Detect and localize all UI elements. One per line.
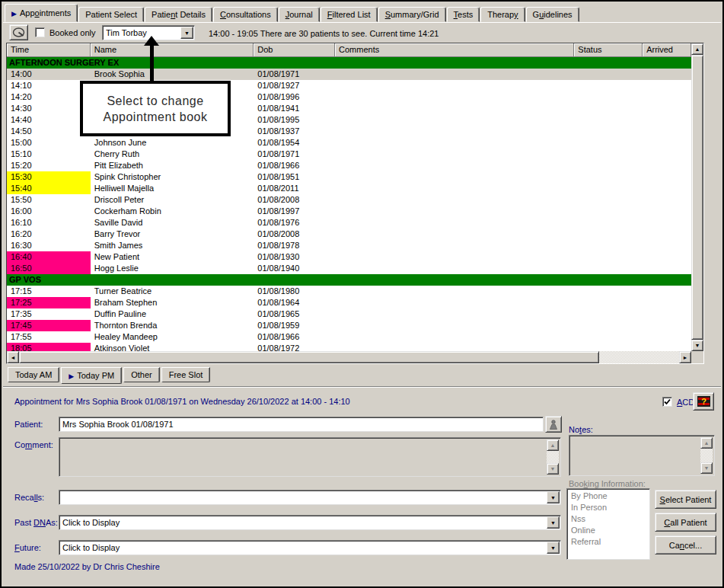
appointment-row-1540[interactable]: 15:40Helliwell Majella01/08/2011: [7, 183, 691, 194]
recalls-select[interactable]: ▼: [59, 490, 561, 505]
patient-field-value: Mrs Sophia Brook 01/08/1971: [62, 420, 174, 429]
notes-scroll-up-icon[interactable]: ▲: [700, 437, 713, 449]
tab-label: Tests: [454, 10, 474, 19]
appointment-row-1725[interactable]: 17:25Braham Stephen01/08/1964: [7, 297, 691, 308]
appointment-row-1500[interactable]: 15:00Johnson June01/08/1954: [7, 137, 691, 149]
cell-comments: [335, 126, 574, 137]
tab-appointments[interactable]: ▶Appointments: [5, 4, 78, 22]
scroll-up-icon[interactable]: ▲: [691, 43, 703, 55]
notes-field[interactable]: ▲ ▼: [569, 435, 715, 476]
booking-option-nss[interactable]: Nss: [571, 513, 649, 525]
person-icon: [549, 420, 558, 430]
appointment-book-button[interactable]: [9, 24, 28, 40]
appointment-row-1630[interactable]: 16:30Smith James01/08/1978: [7, 240, 691, 251]
column-header-name[interactable]: Name: [91, 43, 254, 56]
tab-label: Consultations: [220, 10, 271, 19]
horizontal-scrollbar[interactable]: ◄ ►: [7, 351, 691, 363]
select-patient-button[interactable]: Select Patient: [655, 490, 716, 509]
column-header-arrived[interactable]: Arrived: [643, 43, 691, 56]
vertical-scrollbar[interactable]: ▲ ▼: [691, 43, 703, 351]
view-tab-free-slot[interactable]: Free Slot: [161, 367, 211, 382]
tab-therapy[interactable]: Therapy: [480, 7, 525, 22]
top-tab-bar: ▶AppointmentsPatient SelectPatient Detai…: [3, 3, 721, 23]
cell-comments: [335, 149, 574, 160]
patient-record-button[interactable]: [545, 416, 562, 433]
comment-scroll-up-icon[interactable]: ▲: [547, 439, 559, 451]
callout-arrow-shaft: [150, 45, 154, 81]
appointment-row-1550[interactable]: 15:50Driscoll Peter01/08/2008: [7, 194, 691, 206]
scroll-left-icon[interactable]: ◄: [7, 351, 19, 363]
tab-patient-details[interactable]: Patient Details: [145, 7, 212, 22]
view-tab-today-pm[interactable]: ▶Today PM: [61, 367, 122, 384]
tab-journal[interactable]: Journal: [279, 7, 320, 22]
cell-comments: [335, 251, 574, 263]
past-dnas-select[interactable]: Click to Display ▼: [59, 515, 561, 530]
appointment-row-1620[interactable]: 16:20Barry Trevor01/08/2008: [7, 228, 691, 240]
tab-patient-select[interactable]: Patient Select: [78, 7, 144, 22]
cell-comments: [335, 194, 574, 206]
cancel-button[interactable]: Cancel...: [655, 535, 716, 554]
acd-label: ACD: [677, 398, 694, 407]
appointment-toolbar: Booked only Tim Torbay ▼ 14:00 - 19:05 T…: [3, 24, 721, 42]
column-header-dob[interactable]: Dob: [254, 43, 335, 56]
cell-time: 15:20: [7, 160, 91, 171]
appointment-row-1745[interactable]: 17:45Thornton Brenda01/08/1959: [7, 320, 691, 331]
booking-option-by-phone[interactable]: By Phone: [571, 491, 649, 502]
cell-name: Healey Mandeep: [91, 331, 254, 343]
tab-guidelines[interactable]: Guidelines: [526, 7, 579, 22]
tab-label: Patient Select: [85, 10, 137, 19]
vertical-scroll-thumb[interactable]: [691, 55, 703, 340]
cell-arrived: [643, 251, 691, 263]
cell-name: Pitt Elizabeth: [91, 160, 254, 171]
appointment-row-1510[interactable]: 15:10Cherry Ruth01/08/1971: [7, 149, 691, 160]
booking-option-online[interactable]: Online: [571, 525, 649, 536]
view-tab-other[interactable]: Other: [123, 367, 160, 382]
view-tab-today-am[interactable]: Today AM: [8, 367, 59, 382]
acd-checkbox[interactable]: [662, 397, 672, 407]
comment-scroll-down-icon[interactable]: ▼: [547, 463, 559, 475]
patient-field[interactable]: Mrs Sophia Brook 01/08/1971: [59, 417, 544, 432]
tab-filtered-list[interactable]: Filtered List: [321, 7, 378, 22]
future-select[interactable]: Click to Display ▼: [59, 540, 561, 555]
appointment-row-1640[interactable]: 16:40New Patient01/08/1930: [7, 251, 691, 263]
cell-name: Brook Sophia: [91, 69, 254, 80]
tab-consultations[interactable]: Consultations: [213, 7, 278, 22]
appointment-row-1600[interactable]: 16:00Cockerham Robin01/08/1997: [7, 206, 691, 217]
appointment-row-1805[interactable]: 18:05Atkinson Violet01/08/1972: [7, 343, 691, 351]
column-header-status[interactable]: Status: [574, 43, 643, 56]
column-header-time[interactable]: Time: [7, 43, 91, 56]
chevron-down-icon[interactable]: ▼: [547, 516, 560, 529]
scroll-down-icon[interactable]: ▼: [691, 340, 703, 351]
tab-tests[interactable]: Tests: [447, 7, 480, 22]
booking-option-referral[interactable]: Referral: [571, 536, 649, 548]
appointment-row-1715[interactable]: 17:15Turner Beatrice01/08/1980: [7, 286, 691, 297]
tab-summary-grid[interactable]: Summary/Grid: [378, 7, 446, 22]
notes-scroll-down-icon[interactable]: ▼: [700, 462, 713, 474]
cell-dob: 01/08/1976: [254, 217, 335, 228]
cell-time: 17:25: [7, 297, 91, 308]
booking-option-in-person[interactable]: In Person: [571, 502, 649, 513]
acd-help-button[interactable]: ?: [693, 392, 714, 411]
scroll-right-icon[interactable]: ►: [679, 351, 691, 363]
recalls-label: Recalls:: [14, 493, 44, 502]
horizontal-scroll-track[interactable]: [599, 351, 679, 363]
appointment-row-1530[interactable]: 15:30Spink Christopher01/08/1951: [7, 171, 691, 183]
cell-arrived: [643, 343, 691, 351]
appointment-row-1755[interactable]: 17:55Healey Mandeep01/08/1966: [7, 331, 691, 343]
chevron-down-icon[interactable]: ▼: [180, 27, 193, 39]
appointment-row-1610[interactable]: 16:10Saville David01/08/1976: [7, 217, 691, 228]
comment-field[interactable]: ▲ ▼: [59, 437, 561, 477]
chevron-down-icon[interactable]: ▼: [547, 491, 560, 503]
call-patient-button[interactable]: Call Patient: [655, 513, 716, 532]
horizontal-scroll-thumb[interactable]: [19, 351, 599, 363]
chevron-down-icon[interactable]: ▼: [547, 542, 560, 554]
cell-status: [574, 69, 643, 80]
appointment-row-1650[interactable]: 16:50Hogg Leslie01/08/1940: [7, 263, 691, 274]
appointment-row-1520[interactable]: 15:20Pitt Elizabeth01/08/1966: [7, 160, 691, 171]
appointment-row-1400[interactable]: 14:00Brook Sophia01/08/1971: [7, 69, 691, 80]
cell-name: Johnson June: [91, 137, 254, 149]
column-header-comments[interactable]: Comments: [335, 43, 574, 56]
booking-information-list[interactable]: By PhoneIn PersonNssOnlineReferral: [566, 488, 650, 560]
appointment-row-1735[interactable]: 17:35Duffin Pauline01/08/1965: [7, 308, 691, 320]
booked-only-checkbox[interactable]: [35, 27, 45, 37]
